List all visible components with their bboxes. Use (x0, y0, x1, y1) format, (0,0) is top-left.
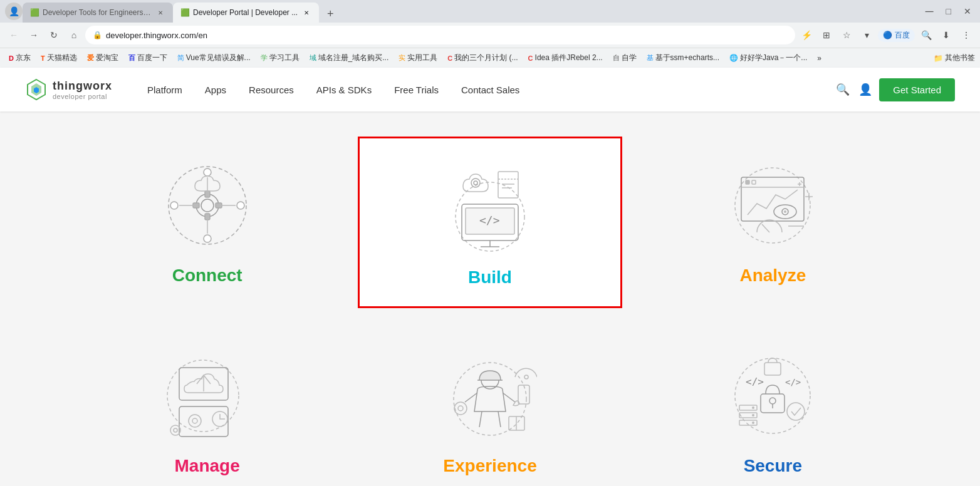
window-controls: ─ □ ✕ (912, 5, 975, 18)
svg-point-77 (752, 414, 754, 416)
nav-apps[interactable]: Apps (195, 80, 236, 100)
experience-label: Experience (443, 456, 536, 476)
bookmark-study[interactable]: 学 学习工具 (257, 51, 303, 65)
header-search-button[interactable]: 🔍 (834, 81, 852, 98)
search-button[interactable]: 🔍 (917, 26, 935, 44)
address-bar-actions: ⚡ ⊞ ☆ ▾ 🔵 百度 🔍 ⬇ ⋮ (798, 26, 975, 44)
svg-point-52 (174, 428, 177, 432)
nav-platform[interactable]: Platform (137, 80, 192, 100)
tab1-title: Developer Tools for Engineers | P (43, 8, 152, 17)
bookmark-more[interactable]: » (813, 53, 825, 64)
tab1-close-button[interactable]: ✕ (155, 8, 165, 18)
analyze-icon (726, 158, 820, 252)
build-label: Build (468, 267, 512, 287)
bookmark-aitaobao[interactable]: 爱 爱淘宝 (83, 51, 122, 65)
browser-chrome: 👤 🟩 Developer Tools for Engineers | P ✕ … (0, 0, 980, 68)
bookmark-baidu[interactable]: 百 百度一下 (125, 51, 171, 65)
svg-point-78 (752, 421, 754, 424)
bookmark-java-label: 好好学Java－一个... (740, 53, 807, 63)
header-user-button[interactable]: 👤 (857, 81, 874, 98)
tab2-close-button[interactable]: ✕ (301, 8, 311, 18)
bookmark-vue-icon: 简 (177, 53, 184, 63)
site-header: thingworx developer portal Platform Apps… (0, 68, 980, 111)
bookmark-ssm-label: 基于ssm+echarts... (655, 53, 719, 63)
svg-point-48 (189, 415, 201, 427)
logo-area[interactable]: thingworx developer portal (25, 78, 112, 101)
tab-active-developer-portal[interactable]: 🟩 Developer Portal | Developer ... ✕ (173, 3, 319, 23)
bookmark-baidu-icon: 百 (128, 53, 135, 63)
extensions-button[interactable]: ⋮ (957, 26, 975, 44)
card-secure[interactable]: </> </> (641, 327, 905, 486)
bookmark-baidu-label: 百度一下 (137, 53, 167, 63)
nav-resources[interactable]: Resources (239, 80, 304, 100)
tab1-favicon: 🟩 (30, 8, 39, 17)
user-avatar[interactable]: 👤 (5, 3, 23, 20)
card-analyze[interactable]: Analyze (641, 137, 905, 308)
baidu-search-button[interactable]: 🔵 百度 (878, 29, 915, 42)
nav-contact-sales[interactable]: Contact Sales (451, 80, 529, 100)
nav-apis-sdks[interactable]: APIs & SDKs (306, 80, 382, 100)
analyze-label: Analyze (739, 266, 806, 286)
bookmark-jingdong[interactable]: D 京东 (5, 51, 34, 65)
lightning-button[interactable]: ⚡ (798, 26, 815, 44)
bookmark-idea[interactable]: C Idea 插件JRebel 2... (524, 51, 607, 65)
bookmark-java-icon: 🌐 (729, 54, 738, 62)
tab-inactive-developer-tools[interactable]: 🟩 Developer Tools for Engineers | P ✕ (23, 3, 173, 23)
svg-point-29 (474, 181, 477, 185)
bookmark-tianmao-label: 天猫精选 (47, 53, 77, 63)
bookmark-tools[interactable]: 实 实用工具 (395, 51, 441, 65)
card-experience[interactable]: Experience (358, 327, 622, 486)
header-actions: 🔍 👤 Get Started (834, 78, 955, 101)
bookmark-java[interactable]: 🌐 好好学Java－一个... (726, 51, 811, 65)
svg-point-62 (454, 402, 467, 415)
bookmark-idea-label: Idea 插件JRebel 2... (535, 53, 603, 63)
reload-button[interactable]: ↻ (45, 26, 63, 44)
svg-text:</>: </> (479, 214, 500, 227)
bookmark-ssm[interactable]: 基 基于ssm+echarts... (643, 51, 723, 65)
bookmark-study-icon: 学 (261, 53, 268, 63)
bookmark-plan-label: 我的三个月计划 (... (454, 53, 518, 63)
bookmark-study-label: 学习工具 (269, 53, 300, 63)
home-button[interactable]: ⌂ (65, 26, 83, 44)
logo-text-area: thingworx developer portal (53, 80, 112, 100)
minimize-button[interactable]: ─ (922, 5, 937, 18)
analyze-icon-area (722, 155, 823, 256)
bookmark-selfstudy[interactable]: 自 自学 (609, 51, 640, 65)
svg-point-70 (769, 398, 776, 404)
bookmark-jingdong-icon: D (9, 54, 14, 62)
get-started-button[interactable]: Get Started (879, 78, 955, 101)
back-button[interactable]: ← (5, 26, 23, 44)
svg-rect-79 (764, 363, 781, 375)
svg-point-5 (201, 199, 214, 212)
nav-free-trials[interactable]: Free Trials (384, 80, 449, 100)
profile-button[interactable]: ⬇ (937, 26, 955, 44)
manage-icon-area (157, 346, 258, 446)
cards-grid: Connect </> (0, 111, 980, 486)
manage-label: Manage (175, 456, 240, 476)
card-manage[interactable]: Manage (75, 327, 339, 486)
bookmark-selfstudy-icon: 自 (613, 53, 620, 63)
svg-rect-69 (761, 394, 785, 413)
star-button[interactable]: ☆ (838, 26, 855, 44)
new-tab-button[interactable]: + (321, 5, 339, 23)
svg-point-72 (787, 403, 805, 420)
close-button[interactable]: ✕ (960, 6, 975, 16)
manage-icon (160, 349, 254, 443)
bookmark-more-label: » (817, 54, 821, 63)
tabs-container: 🟩 Developer Tools for Engineers | P ✕ 🟩 … (23, 0, 912, 23)
card-build[interactable]: </> Build (358, 137, 622, 308)
bookmark-tools-label: 实用工具 (407, 53, 437, 63)
bookmark-vue[interactable]: 简 Vue常见错误及解... (174, 51, 254, 65)
bookmark-list-button[interactable]: ▾ (858, 26, 875, 44)
translate-button[interactable]: ⊞ (818, 26, 835, 44)
bookmark-tianmao[interactable]: T 天猫精选 (37, 51, 81, 65)
card-connect[interactable]: Connect (75, 137, 339, 308)
other-bookmarks[interactable]: 📁 其他书签 (934, 53, 975, 63)
maximize-button[interactable]: □ (942, 6, 955, 16)
forward-button[interactable]: → (25, 26, 43, 44)
bookmark-plan[interactable]: C 我的三个月计划 (... (444, 51, 521, 65)
url-bar[interactable]: 🔒 developer.thingworx.com/en (85, 26, 795, 44)
svg-point-15 (204, 235, 211, 242)
bookmark-domain[interactable]: 域 域名注册_域名购买... (306, 51, 393, 65)
svg-line-40 (762, 224, 769, 232)
